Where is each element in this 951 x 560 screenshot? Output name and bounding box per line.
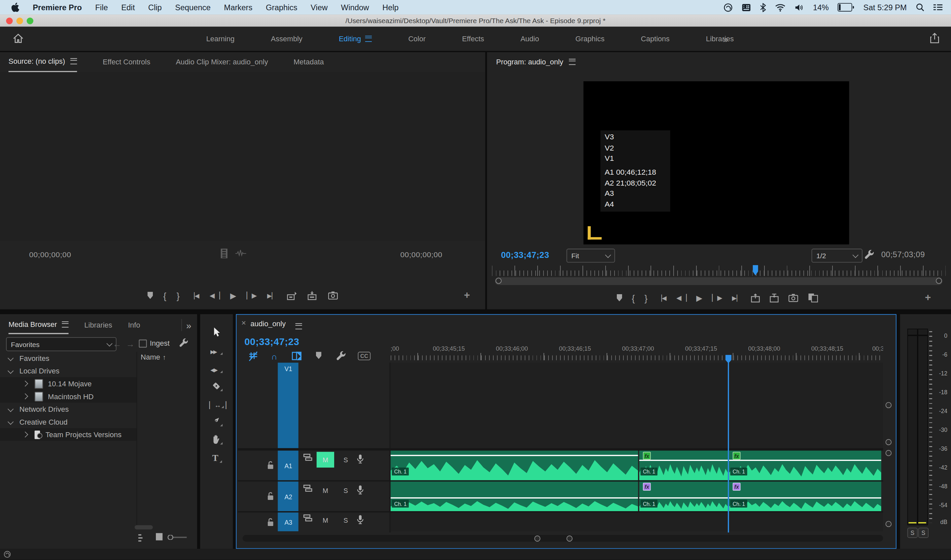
workspace-tab-graphics[interactable]: Graphics [576,35,605,43]
ripple-edit-tool[interactable] [210,364,223,374]
menu-item-file[interactable]: File [95,3,108,12]
program-settings-icon[interactable] [865,250,874,260]
program-zoom-select[interactable]: Fit [567,249,615,263]
workspace-tab-effects[interactable]: Effects [462,35,484,43]
timeline-h-scrollbar[interactable] [243,535,883,542]
drag-video-icon[interactable] [220,249,228,258]
program-add-marker-button[interactable] [617,294,622,302]
tab-effect-controls[interactable]: Effect Controls [103,57,150,66]
tab-info[interactable]: Info [128,321,140,329]
tree-item-local-drives[interactable]: Local Drives [0,365,136,377]
source-go-to-out-button[interactable] [267,292,276,299]
timeline-add-marker-button[interactable] [316,352,322,359]
drag-audio-icon[interactable] [235,250,246,257]
source-step-forward-button[interactable] [247,292,257,299]
window-title-bar[interactable]: /Users/waiseazimi/Desktop/Vault/Premiere… [0,14,951,28]
source-insert-button[interactable] [287,291,297,300]
tab-libraries[interactable]: Libraries [84,321,112,329]
v-scrollbar-handle[interactable] [886,450,891,456]
source-mark-out-button[interactable] [177,291,180,300]
menu-item-clip[interactable]: Clip [148,3,162,12]
menu-item-view[interactable]: View [311,3,328,12]
scrollbar-handle-left[interactable] [496,278,502,284]
input-source-icon[interactable] [742,3,751,11]
program-video-frame[interactable]: V3 V2 V1 A1 00;46;12;18 A2 21;08;05;02 A… [583,81,849,245]
slip-tool[interactable] [209,399,224,409]
v-scrollbar-handle[interactable] [886,439,891,445]
media-back-button[interactable] [113,340,122,348]
program-export-frame-button[interactable] [789,294,798,302]
track-settings-icon[interactable] [303,454,312,462]
menu-item-markers[interactable]: Markers [224,3,252,12]
spotlight-icon[interactable] [916,3,924,12]
tab-audio-clip-mixer[interactable]: Audio Clip Mixer: audio_only [176,57,268,66]
chevron-right-icon[interactable] [22,381,28,387]
audio-clip-a2-3[interactable]: fx Ch. 1 [729,482,881,511]
program-step-back-button[interactable] [676,294,686,302]
menu-app-name[interactable]: Premiere Pro [33,3,82,12]
tab-metadata[interactable]: Metadata [294,57,324,66]
source-step-back-button[interactable] [210,292,220,299]
source-button-editor[interactable] [464,290,470,300]
linked-selection-toggle-icon[interactable] [292,351,302,361]
lock-icon[interactable] [267,492,274,500]
tree-item-creative-cloud[interactable]: Creative Cloud [0,415,136,428]
selection-tool[interactable] [212,328,221,337]
v-scrollbar-handle[interactable] [886,402,891,408]
solo-button-a3[interactable]: S [340,513,352,528]
audio-clip-a1-2[interactable]: fx Ch. 1 [639,451,728,480]
program-resolution-select[interactable]: 1/2 [812,249,863,263]
tree-item-network-drives[interactable]: Network Drives [0,403,136,416]
program-zoom-scrollbar[interactable] [495,277,943,285]
nest-insert-toggle-icon[interactable] [248,351,258,361]
menu-item-help[interactable]: Help [382,3,399,12]
workspace-overflow-icon[interactable] [723,35,728,44]
sync-status-icon[interactable] [4,551,11,558]
workspace-tab-editing[interactable]: Editing [339,35,372,43]
workspace-tab-assembly[interactable]: Assembly [271,35,303,43]
tree-item-macintosh-hd[interactable]: Macintosh HD [0,390,136,403]
source-panel-menu-icon[interactable] [71,58,77,64]
captions-toggle-button[interactable]: CC [358,352,371,360]
timeline-tab[interactable]: audio_only [251,320,286,328]
meter-solo-right-button[interactable]: S [918,528,928,538]
workspace-tab-libraries[interactable]: Libraries [706,35,734,43]
lock-icon[interactable] [267,461,274,469]
v1-clip-area[interactable] [391,363,883,448]
timeline-panel-menu-icon[interactable] [295,323,302,329]
media-browser-menu-icon[interactable] [62,321,68,327]
type-tool[interactable] [212,452,222,463]
workspace-tab-captions[interactable]: Captions [641,35,669,43]
volume-icon[interactable] [795,3,804,11]
v-scrollbar-handle[interactable] [886,521,891,527]
track-settings-icon[interactable] [303,514,312,522]
tab-source[interactable]: Source: (no clips) [9,51,77,72]
chevron-down-icon[interactable] [8,419,14,425]
program-step-forward-button[interactable] [712,294,722,302]
source-overwrite-button[interactable] [308,291,318,300]
thumbnail-view-icon[interactable] [155,532,163,541]
chevron-down-icon[interactable] [8,406,14,412]
home-icon[interactable] [13,33,24,44]
audio-level-meter[interactable] [907,329,928,525]
program-go-to-out-button[interactable] [732,294,741,302]
program-play-button[interactable] [696,293,702,303]
wifi-icon[interactable] [775,3,786,11]
program-comparison-view-button[interactable] [808,293,818,303]
window-zoom-button[interactable] [27,17,33,24]
scrollbar-handle-right[interactable] [936,278,942,284]
voiceover-record-icon[interactable] [357,454,364,464]
razor-tool[interactable] [212,381,223,392]
mute-button-a3[interactable]: M [317,513,334,528]
clip-volume-line[interactable] [639,497,728,498]
audio-clip-a2-2[interactable]: fx Ch. 1 [639,482,728,511]
hand-tool[interactable] [212,434,223,445]
track-settings-icon[interactable] [303,485,312,493]
tab-media-browser[interactable]: Media Browser [9,316,69,334]
track-select-forward-tool[interactable] [210,346,223,355]
name-column-header[interactable]: Name [141,353,166,362]
lock-icon[interactable] [267,518,274,527]
creative-cloud-menubar-icon[interactable] [724,3,733,12]
program-lift-button[interactable] [751,293,760,303]
timeline-playhead-line[interactable] [728,363,729,532]
